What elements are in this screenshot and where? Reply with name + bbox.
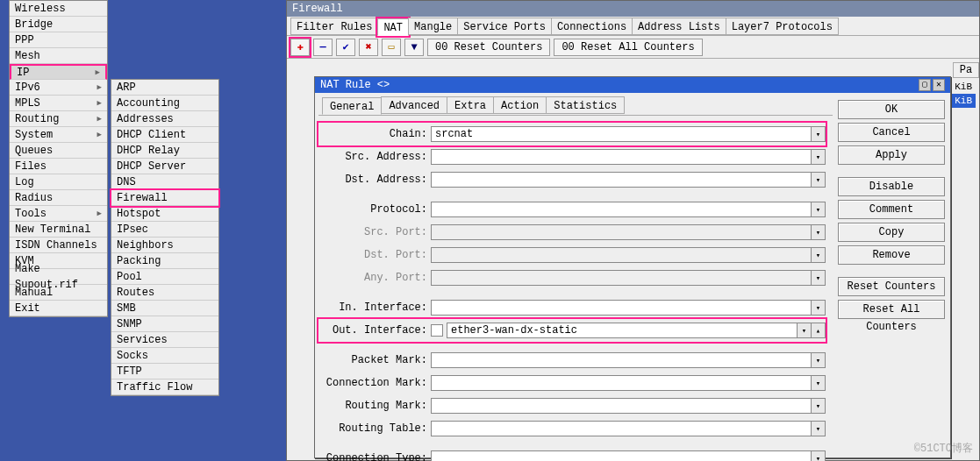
tab-statistics[interactable]: Statistics [546, 96, 625, 114]
add-button[interactable]: ✚ [290, 39, 310, 56]
menu-item-system[interactable]: System▶ [10, 127, 107, 143]
packet-mark-select[interactable] [431, 352, 812, 368]
row-connection-type: Connection Type: ▾ [318, 447, 826, 461]
chevron-down-icon[interactable]: ▾ [798, 323, 812, 338]
tab-connections[interactable]: Connections [551, 18, 633, 35]
out-interface-select[interactable]: ether3-wan-dx-static [447, 323, 798, 338]
menu-item-isdn[interactable]: ISDN Channels [10, 238, 107, 253]
comment-button[interactable]: Comment [838, 200, 945, 219]
reset-counters-button[interactable]: Reset Counters [838, 277, 945, 296]
submenu-services[interactable]: Services [111, 332, 218, 348]
chevron-down-icon[interactable]: ▾ [812, 126, 826, 142]
menu-item-files[interactable]: Files [10, 159, 107, 174]
routing-table-select[interactable] [431, 421, 812, 436]
submenu-firewall[interactable]: Firewall [111, 190, 218, 206]
submenu-dhcp-server[interactable]: DHCP Server [111, 159, 218, 174]
menu-item-bridge[interactable]: Bridge [10, 17, 107, 32]
menu-item-mpls[interactable]: MPLS▶ [10, 96, 107, 111]
label-in-interface: In. Interface: [318, 301, 431, 314]
tab-general[interactable]: General [322, 97, 382, 115]
connection-mark-select[interactable] [431, 375, 812, 391]
chevron-down-icon[interactable]: ▾ [812, 398, 826, 414]
reset-counters-button[interactable]: 00 Reset Counters [427, 39, 550, 56]
row-packet-mark: Packet Mark: ▾ [318, 349, 826, 372]
close-icon[interactable]: ✕ [933, 79, 945, 91]
chevron-down-icon[interactable]: ▾ [812, 375, 826, 391]
chevron-down-icon[interactable]: ▾ [812, 352, 826, 368]
dst-address-input[interactable] [431, 172, 812, 188]
out-interface-not-checkbox[interactable] [431, 324, 443, 337]
tab-nat[interactable]: NAT [377, 18, 409, 36]
filter-button[interactable]: ▼ [404, 39, 424, 56]
menu-item-ipv6[interactable]: IPv6▶ [10, 80, 107, 96]
chevron-down-icon[interactable]: ▾ [812, 202, 826, 217]
tab-action[interactable]: Action [493, 96, 547, 114]
chevron-down-icon[interactable]: ▾ [812, 450, 826, 461]
chevron-down-icon[interactable]: ▾ [812, 172, 826, 188]
submenu-neighbors[interactable]: Neighbors [111, 238, 218, 253]
cancel-button[interactable]: Cancel [838, 123, 945, 142]
submenu-snmp[interactable]: SNMP [111, 316, 218, 332]
tab-layer7[interactable]: Layer7 Protocols [726, 18, 839, 35]
menu-item-log[interactable]: Log [10, 174, 107, 190]
chevron-down-icon[interactable]: ▾ [812, 149, 826, 165]
reset-all-counters-button[interactable]: 00 Reset All Counters [554, 39, 702, 56]
menu-item-ppp[interactable]: PPP [10, 32, 107, 48]
menu-item-mesh[interactable]: Mesh [10, 48, 107, 64]
in-interface-select[interactable] [431, 300, 812, 316]
disable-button[interactable]: Disable [838, 177, 945, 196]
submenu-arp[interactable]: ARP [111, 80, 218, 96]
tab-service-ports[interactable]: Service Ports [457, 18, 552, 35]
copy-button[interactable]: Copy [838, 223, 945, 242]
remove-button[interactable]: Remove [838, 245, 945, 265]
tab-extra[interactable]: Extra [447, 96, 494, 114]
menu-item-exit[interactable]: Exit [10, 301, 107, 316]
menu-item-routing[interactable]: Routing▶ [10, 111, 107, 127]
submenu-ipsec[interactable]: IPsec [111, 222, 218, 238]
ok-button[interactable]: OK [838, 100, 945, 119]
submenu-hotspot[interactable]: Hotspot [111, 206, 218, 222]
tab-filter-rules[interactable]: Filter Rules [290, 18, 378, 35]
row-connection-mark: Connection Mark: ▾ [318, 372, 826, 394]
routing-mark-select[interactable] [431, 398, 812, 414]
submenu-addresses[interactable]: Addresses [111, 111, 218, 127]
chevron-down-icon[interactable]: ▾ [812, 421, 826, 436]
menu-item-wireless[interactable]: Wireless [10, 1, 107, 17]
menu-item-ip[interactable]: IP▶ [10, 64, 107, 80]
tab-mangle[interactable]: Mangle [408, 18, 458, 35]
menu-item-new-terminal[interactable]: New Terminal [10, 222, 107, 238]
minimize-icon[interactable]: ▢ [919, 79, 931, 91]
chevron-down-icon[interactable]: ▾ [812, 300, 826, 316]
menu-item-supout[interactable]: Make Supout.rif [10, 269, 107, 285]
submenu-routes[interactable]: Routes [111, 285, 218, 301]
menu-item-radius[interactable]: Radius [10, 190, 107, 206]
protocol-select[interactable] [431, 202, 812, 217]
chain-select[interactable]: srcnat [431, 126, 812, 142]
submenu-dns[interactable]: DNS [111, 174, 218, 190]
submenu-traffic-flow[interactable]: Traffic Flow [111, 379, 218, 395]
column-header-packets[interactable]: Pa [953, 62, 979, 78]
src-address-input[interactable] [431, 149, 812, 165]
tab-advanced[interactable]: Advanced [381, 96, 447, 114]
submenu-accounting[interactable]: Accounting [111, 96, 218, 111]
disable-button[interactable]: ✖ [359, 39, 378, 56]
apply-button[interactable]: Apply [838, 145, 945, 165]
submenu-smb[interactable]: SMB [111, 301, 218, 316]
row-protocol: Protocol: ▾ [318, 198, 826, 221]
reset-all-counters-button[interactable]: Reset All Counters [838, 300, 945, 319]
chevron-up-icon[interactable]: ▴ [812, 323, 826, 338]
submenu-packing[interactable]: Packing [111, 253, 218, 269]
submenu-dhcp-relay[interactable]: DHCP Relay [111, 143, 218, 159]
comment-button[interactable]: ▭ [382, 39, 401, 56]
submenu-socks[interactable]: Socks [111, 348, 218, 364]
tab-address-lists[interactable]: Address Lists [632, 18, 726, 35]
enable-button[interactable]: ✔ [336, 39, 355, 56]
submenu-dhcp-client[interactable]: DHCP Client [111, 127, 218, 143]
dialog-titlebar[interactable]: NAT Rule <> ▢ ✕ [315, 77, 950, 93]
menu-item-tools[interactable]: Tools▶ [10, 206, 107, 222]
submenu-tftp[interactable]: TFTP [111, 364, 218, 379]
submenu-pool[interactable]: Pool [111, 269, 218, 285]
remove-button[interactable]: — [313, 39, 333, 56]
connection-type-select[interactable] [431, 450, 812, 461]
menu-item-queues[interactable]: Queues [10, 143, 107, 159]
